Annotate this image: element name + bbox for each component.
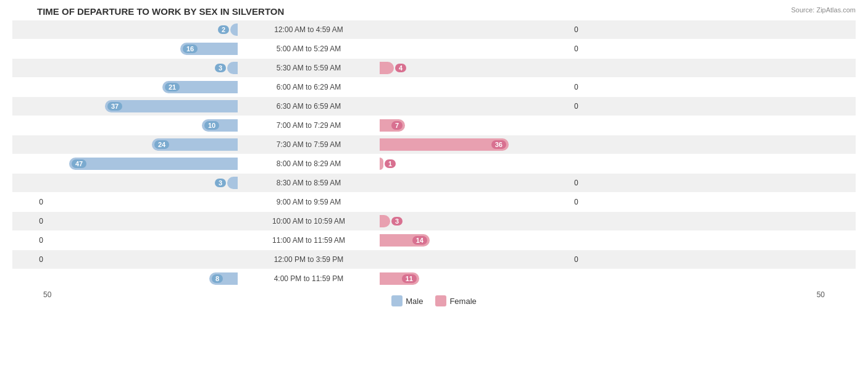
male-bar-area: 3	[46, 61, 238, 75]
axis-left: 50	[43, 290, 51, 306]
male-bar: 24	[152, 138, 238, 151]
male-bar-area: 8	[46, 272, 238, 285]
time-label: 8:30 AM to 8:59 AM	[238, 179, 380, 187]
female-badge: 1	[385, 159, 396, 168]
male-bar: 8	[209, 272, 238, 285]
female-badge: 11	[402, 274, 417, 283]
male-bar: 21	[162, 81, 238, 93]
time-label: 7:00 AM to 7:29 AM	[238, 121, 380, 130]
female-value: 0	[571, 102, 605, 111]
female-badge: 36	[491, 140, 506, 149]
male-badge: 3	[215, 179, 226, 187]
female-bar: 36	[380, 138, 509, 151]
chart-rows: 212:00 AM to 4:59 AM0165:00 AM to 5:29 A…	[12, 20, 856, 288]
time-label: 5:00 AM to 5:29 AM	[238, 44, 380, 53]
male-value: 0	[12, 236, 46, 245]
table-row: 376:30 AM to 6:59 AM0	[12, 97, 856, 116]
female-badge: 4	[395, 64, 406, 72]
table-row: 478:00 AM to 8:29 AM1	[12, 154, 856, 173]
female-bar-area	[380, 176, 571, 190]
female-bar-area	[380, 99, 571, 113]
male-bar-area: 16	[46, 42, 238, 56]
legend: Male Female	[391, 295, 477, 306]
female-value: 0	[571, 83, 605, 91]
female-bar-area: 7	[380, 119, 571, 132]
table-row: 84:00 PM to 11:59 PM11	[12, 269, 856, 288]
time-label: 6:00 AM to 6:29 AM	[238, 83, 380, 91]
time-label: 10:00 AM to 10:59 AM	[238, 217, 380, 226]
male-bar: 10	[202, 119, 238, 132]
male-bar-area	[46, 214, 238, 228]
male-bar-area: 37	[46, 99, 238, 113]
female-badge: 7	[391, 121, 403, 130]
female-value: 0	[571, 255, 605, 264]
male-bar-area	[46, 195, 238, 209]
female-value: 0	[571, 179, 605, 187]
male-bar: 16	[180, 43, 238, 55]
male-badge: 2	[218, 25, 229, 34]
female-bar-area	[380, 42, 571, 56]
legend-female: Female	[435, 295, 476, 306]
male-bar: 37	[105, 100, 238, 112]
male-bar: 3	[227, 177, 238, 189]
chart-container: TIME OF DEPARTURE TO WORK BY SEX IN SILV…	[0, 0, 868, 367]
table-row: 107:00 AM to 7:29 AM7	[12, 116, 856, 135]
source-label: Source: ZipAtlas.com	[791, 6, 856, 14]
time-label: 8:00 AM to 8:29 AM	[238, 159, 380, 168]
male-badge: 21	[165, 83, 180, 91]
male-bar: 47	[69, 158, 238, 170]
female-bar-area	[380, 80, 571, 94]
axis-right: 50	[817, 290, 825, 306]
male-badge: 3	[215, 64, 226, 72]
legend-male: Male	[391, 295, 423, 306]
female-bar: 14	[380, 234, 430, 247]
male-bar-area: 2	[46, 23, 238, 36]
male-bar-area	[46, 234, 238, 247]
time-label: 9:00 AM to 9:59 AM	[238, 198, 380, 206]
female-bar-area: 1	[380, 157, 571, 171]
male-badge: 8	[212, 274, 223, 283]
male-swatch	[391, 295, 403, 306]
male-bar-area: 47	[46, 157, 238, 171]
male-badge: 16	[183, 44, 198, 53]
female-bar-area	[380, 195, 571, 209]
female-bar-area: 11	[380, 272, 571, 285]
male-badge: 10	[204, 121, 219, 130]
male-badge: 24	[154, 140, 169, 149]
table-row: 212:00 AM to 4:59 AM0	[12, 20, 856, 39]
male-bar: 3	[227, 62, 238, 74]
female-bar: 7	[380, 119, 405, 132]
time-label: 7:30 AM to 7:59 AM	[238, 140, 380, 149]
female-badge: 3	[391, 217, 403, 226]
female-bar-area: 4	[380, 61, 571, 75]
table-row: 216:00 AM to 6:29 AM0	[12, 78, 856, 96]
female-value: 0	[571, 198, 605, 206]
male-bar-area	[46, 253, 238, 266]
male-badge: 37	[107, 102, 122, 111]
table-row: 09:00 AM to 9:59 AM0	[12, 193, 856, 211]
female-bar: 3	[380, 215, 390, 227]
female-value: 0	[571, 44, 605, 53]
male-value: 0	[12, 255, 46, 264]
table-row: 165:00 AM to 5:29 AM0	[12, 40, 856, 58]
female-bar-area: 14	[380, 234, 571, 247]
table-row: 35:30 AM to 5:59 AM4	[12, 59, 856, 77]
female-bar-area	[380, 253, 571, 266]
female-badge: 14	[412, 236, 427, 245]
time-label: 11:00 AM to 11:59 AM	[238, 236, 380, 245]
female-bar-area: 3	[380, 214, 571, 228]
time-label: 5:30 AM to 5:59 AM	[238, 64, 380, 72]
time-label: 12:00 AM to 4:59 AM	[238, 25, 380, 34]
chart-title: TIME OF DEPARTURE TO WORK BY SEX IN SILV…	[12, 6, 856, 17]
female-bar-area	[380, 23, 571, 36]
male-bar-area: 21	[46, 80, 238, 94]
female-label: Female	[449, 297, 476, 306]
male-bar-area: 24	[46, 138, 238, 151]
time-label: 4:00 PM to 11:59 PM	[238, 274, 380, 283]
male-bar: 2	[230, 23, 238, 36]
female-value: 0	[571, 25, 605, 34]
table-row: 012:00 PM to 3:59 PM0	[12, 250, 856, 269]
table-row: 011:00 AM to 11:59 AM14	[12, 231, 856, 250]
female-swatch	[435, 295, 446, 306]
time-label: 6:30 AM to 6:59 AM	[238, 102, 380, 111]
